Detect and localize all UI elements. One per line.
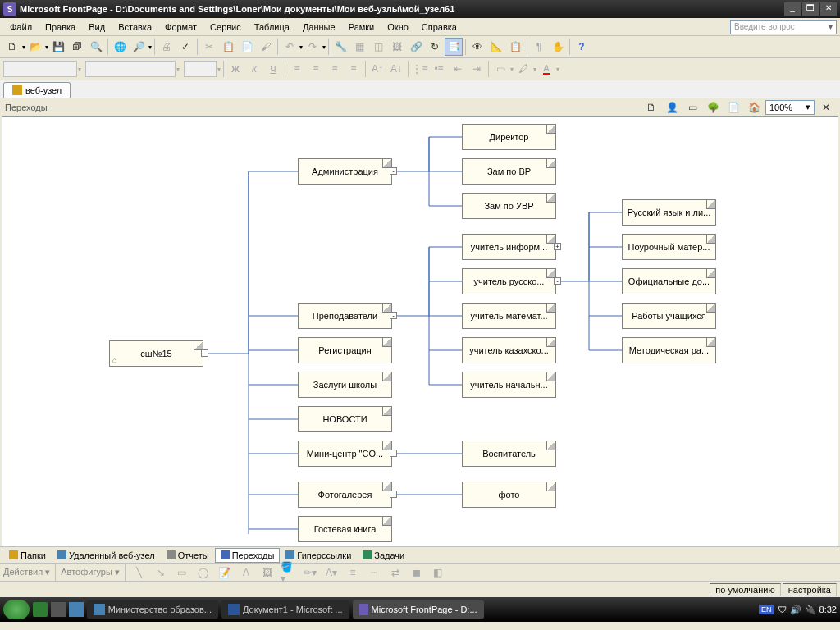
node-root[interactable]: сш№15 ⌂ - [109, 340, 203, 367]
node-teach-kaz[interactable]: учитель казахско... [462, 337, 556, 363]
collapse-icon[interactable]: - [390, 491, 397, 498]
arrowstyle-icon[interactable]: ⇄ [386, 564, 404, 582]
collapse-icon[interactable]: - [201, 349, 208, 357]
undo-button[interactable]: ↶ [281, 38, 299, 56]
redo-button[interactable]: ↷ [304, 38, 322, 56]
addpage-icon[interactable]: 👤 [663, 98, 681, 116]
node-news[interactable]: НОВОСТИ [298, 406, 392, 432]
open-button[interactable]: 📂 [26, 38, 44, 56]
fontsize-down-button[interactable]: A↓ [387, 60, 405, 78]
highlight-button[interactable]: 🖍 [514, 60, 532, 78]
tray-icon[interactable]: 🔊 [790, 605, 801, 615]
view-tab-navigation[interactable]: Переходы [215, 548, 281, 563]
tray-icon[interactable]: 🛡 [778, 605, 787, 614]
menu-table[interactable]: Таблица [248, 21, 296, 34]
node-russ-2[interactable]: Поурочный матер... [622, 234, 716, 260]
save-button[interactable]: 💾 [49, 38, 67, 56]
3d-icon[interactable]: ◧ [429, 564, 447, 582]
saveall-button[interactable]: 🗊 [68, 38, 86, 56]
node-russ-1[interactable]: Русский язык и ли... [622, 199, 716, 226]
zoom-select[interactable]: 100%▾ [765, 100, 815, 115]
view-tab-remote[interactable]: Удаленный веб-узел [52, 548, 161, 563]
expand-icon[interactable]: + [554, 243, 561, 250]
print-button[interactable]: 🖨 [158, 38, 176, 56]
menu-view[interactable]: Вид [82, 21, 112, 34]
menu-window[interactable]: Окно [381, 21, 415, 34]
bullist-button[interactable]: •≡ [430, 60, 448, 78]
maximize-button[interactable]: 🗖 [802, 2, 819, 16]
collapse-icon[interactable]: - [554, 277, 561, 285]
numlist-button[interactable]: ⋮≡ [411, 60, 429, 78]
view-subtree-icon[interactable]: 🏠 [745, 98, 763, 116]
fontcolor2-icon[interactable]: A▾ [322, 564, 340, 582]
node-registration[interactable]: Регистрация [298, 337, 392, 363]
view-tab-tasks[interactable]: Задачи [357, 548, 410, 563]
node-minicenter[interactable]: Мини-центр "CO...- [298, 441, 392, 467]
table-button[interactable]: ▦ [350, 38, 368, 56]
actions-menu[interactable]: Действия ▾ [3, 567, 50, 578]
stop-button[interactable]: 📑 [445, 38, 463, 56]
oval-icon[interactable]: ◯ [194, 564, 212, 582]
quicklaunch-utorrent-icon[interactable] [33, 602, 48, 617]
task-button[interactable]: 📋 [506, 38, 524, 56]
view-tree-icon[interactable]: 🌳 [704, 98, 722, 116]
node-russ-5[interactable]: Методическая ра... [622, 337, 716, 363]
help-question-input[interactable]: Введите вопрос [730, 20, 837, 34]
bold-button[interactable]: Ж [226, 60, 244, 78]
view-tab-folders[interactable]: Папки [3, 548, 52, 563]
node-merits[interactable]: Заслуги школы [298, 372, 392, 398]
linecolor-icon[interactable]: ✏▾ [301, 564, 319, 582]
status-custom[interactable]: настройка [783, 583, 837, 596]
status-default[interactable]: по умолчанию [710, 583, 780, 596]
collapse-icon[interactable]: - [390, 312, 397, 319]
ruler-button[interactable]: 📐 [487, 38, 505, 56]
close-button[interactable]: ✕ [820, 2, 837, 16]
node-teach-math[interactable]: учитель математ... [462, 303, 556, 329]
tray-icon[interactable]: 🔌 [805, 605, 816, 615]
navigation-canvas[interactable]: сш№15 ⌂ - Администрация- Преподаватели- … [2, 116, 838, 546]
copy-button[interactable]: 📋 [219, 38, 237, 56]
shadow-icon[interactable]: ◼ [408, 564, 426, 582]
refresh-button[interactable]: ↻ [426, 38, 444, 56]
collapse-icon[interactable]: - [390, 167, 397, 175]
outdent-button[interactable]: ⇤ [449, 60, 467, 78]
image-button[interactable]: 🖼 [388, 38, 406, 56]
new-button[interactable]: 🗋 [3, 38, 21, 56]
minimize-button[interactable]: _ [784, 2, 801, 16]
menu-help[interactable]: Справка [415, 21, 463, 34]
node-director[interactable]: Директор [462, 124, 556, 150]
task-frontpage[interactable]: Microsoft FrontPage - D:... [353, 600, 484, 619]
indent-button[interactable]: ⇥ [468, 60, 486, 78]
wordart-icon[interactable]: A [237, 564, 255, 582]
menu-edit[interactable]: Правка [39, 21, 82, 34]
para-button[interactable]: ¶ [530, 38, 548, 56]
menu-format[interactable]: Формат [158, 21, 203, 34]
rect-icon[interactable]: ▭ [173, 564, 191, 582]
node-admin[interactable]: Администрация- [298, 158, 392, 185]
clipart-icon[interactable]: 🖼 [258, 564, 276, 582]
node-teach-inform[interactable]: учитель информ...+ [462, 234, 556, 260]
line-icon[interactable]: ╲ [130, 564, 148, 582]
tab-website[interactable]: веб-узел [3, 82, 71, 98]
dash-icon[interactable]: ┈ [365, 564, 383, 582]
node-zamuvr[interactable]: Зам по УВР [462, 193, 556, 219]
cut-button[interactable]: ✂ [200, 38, 218, 56]
align-right-button[interactable]: ≡ [326, 60, 344, 78]
hand-button[interactable]: ✋ [549, 38, 567, 56]
italic-button[interactable]: К [245, 60, 263, 78]
language-indicator[interactable]: EN [759, 605, 774, 614]
arrow-icon[interactable]: ↘ [152, 564, 170, 582]
paste-button[interactable]: 📄 [238, 38, 256, 56]
quicklaunch-ie-icon[interactable] [69, 602, 84, 617]
newpage-icon[interactable]: 🗋 [642, 98, 660, 116]
link-button[interactable]: 🔗 [407, 38, 425, 56]
spell-button[interactable]: ✓ [176, 38, 194, 56]
search-button[interactable]: 🔍 [87, 38, 105, 56]
node-teachers[interactable]: Преподаватели- [298, 303, 392, 329]
brush-button[interactable]: 🖌 [257, 38, 275, 56]
node-russ-4[interactable]: Работы учащихся [622, 303, 716, 329]
showall-button[interactable]: 👁 [468, 38, 486, 56]
view-portrait-icon[interactable]: ▭ [683, 98, 701, 116]
publish-button[interactable]: 🌐 [111, 38, 129, 56]
fill-icon[interactable]: 🪣▾ [280, 564, 298, 582]
